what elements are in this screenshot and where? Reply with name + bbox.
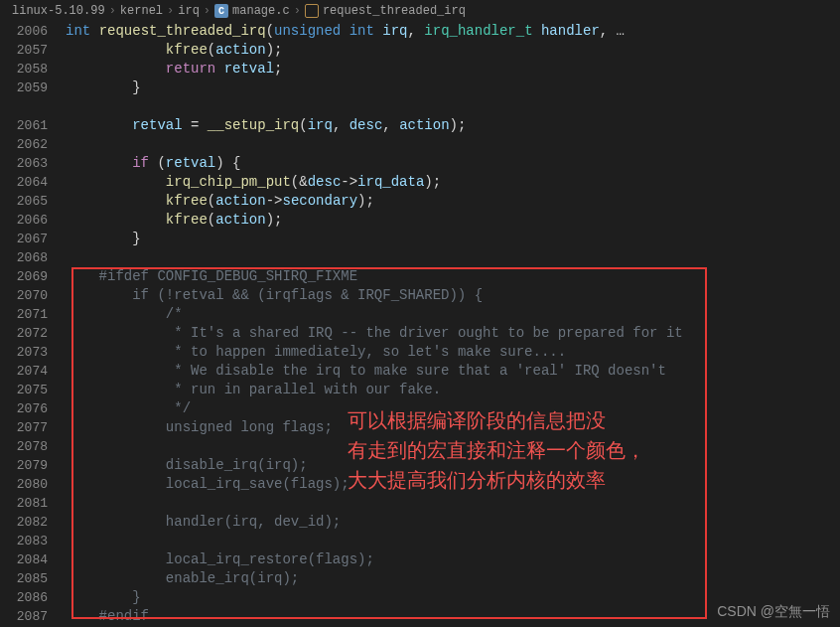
code-text: if (retval) { [66,154,840,173]
code-line[interactable]: 2072 * It's a shared IRQ -- the driver o… [0,324,840,343]
code-line[interactable]: 2081 [0,494,840,513]
code-text: * to happen immediately, so let's make s… [66,343,840,362]
code-text: disable_irq(irq); [66,456,840,475]
code-line[interactable]: 2058 return retval; [0,60,840,78]
code-text [66,532,840,550]
breadcrumb-sep: › [294,4,301,18]
code-line[interactable]: 2075 * run in parallel with our fake. [0,381,840,399]
line-number: 2074 [0,362,66,381]
code-text: kfree(action); [66,211,840,230]
line-number: 2077 [0,418,66,437]
code-line[interactable]: 2077 unsigned long flags; [0,418,840,437]
code-text: } [66,230,840,248]
sticky-signature-line[interactable]: 2006 int request_threaded_irq(unsigned i… [0,22,840,41]
code-text [66,135,840,154]
code-line[interactable]: 2076 */ [0,399,840,418]
line-number: 2083 [0,532,66,550]
line-number: 2069 [0,267,66,286]
c-file-icon: C [214,4,228,18]
line-number: 2062 [0,135,66,154]
breadcrumb-symbol[interactable]: request_threaded_irq [323,4,466,18]
code-text [66,97,840,116]
code-line[interactable]: 2059 } [0,78,840,97]
code-line[interactable]: 2071 /* [0,305,840,324]
line-number: 2059 [0,78,66,97]
code-line[interactable]: 2057 kfree(action); [0,41,840,60]
code-line[interactable]: 2087 #endif [0,607,840,626]
line-number: 2058 [0,60,66,78]
code-text: local_irq_restore(flags); [66,550,840,569]
code-line[interactable] [0,97,840,116]
code-text: handler(irq, dev_id); [66,513,840,532]
breadcrumb-sep: › [167,4,174,18]
line-number: 2067 [0,230,66,248]
breadcrumb-file[interactable]: manage.c [232,4,290,18]
code-line[interactable]: 2084 local_irq_restore(flags); [0,550,840,569]
code-line[interactable]: 2074 * We disable the irq to make sure t… [0,362,840,381]
code-line[interactable]: 2065 kfree(action->secondary); [0,192,840,211]
line-number: 2081 [0,494,66,513]
code-text [66,494,840,513]
code-text: enable_irq(irq); [66,569,840,588]
code-line[interactable]: 2079 disable_irq(irq); [0,456,840,475]
code-text: kfree(action); [66,41,840,60]
line-number: 2082 [0,513,66,532]
line-number: 2070 [0,286,66,305]
code-line[interactable]: 2068 [0,248,840,267]
line-number: 2064 [0,173,66,192]
code-text: int request_threaded_irq(unsigned int ir… [66,22,840,41]
line-number: 2075 [0,381,66,399]
code-text: /* [66,305,840,324]
line-number: 2057 [0,41,66,60]
line-number: 2078 [0,437,66,456]
breadcrumb-seg[interactable]: irq [178,4,200,18]
code-text: return retval; [66,60,840,78]
function-icon [305,4,319,18]
watermark: CSDN @空無一悟 [717,603,830,621]
line-number: 2065 [0,192,66,211]
code-line[interactable]: 2064 irq_chip_pm_put(&desc->irq_data); [0,173,840,192]
breadcrumb-sep: › [204,4,210,18]
breadcrumb-seg[interactable]: kernel [120,4,163,18]
line-number: 2079 [0,456,66,475]
code-text: retval = __setup_irq(irq, desc, action); [66,116,840,135]
code-line[interactable]: 2085 enable_irq(irq); [0,569,840,588]
code-line[interactable]: 2070 if (!retval && (irqflags & IRQF_SHA… [0,286,840,305]
line-number: 2006 [0,22,66,41]
code-line[interactable]: 2073 * to happen immediately, so let's m… [0,343,840,362]
code-text: * run in parallel with our fake. [66,381,840,399]
line-number: 2068 [0,248,66,267]
line-number: 2084 [0,550,66,569]
code-text: * It's a shared IRQ -- the driver ought … [66,324,840,343]
code-line[interactable]: 2080 local_irq_save(flags); [0,475,840,494]
code-editor[interactable]: 2057 kfree(action);2058 return retval;20… [0,41,840,626]
line-number: 2085 [0,569,66,588]
code-text: unsigned long flags; [66,418,840,437]
code-line[interactable]: 2062 [0,135,840,154]
line-number: 2063 [0,154,66,173]
code-text: } [66,78,840,97]
line-number: 2087 [0,607,66,626]
code-line[interactable]: 2086 } [0,588,840,607]
code-line[interactable]: 2066 kfree(action); [0,211,840,230]
code-line[interactable]: 2067 } [0,230,840,248]
code-line[interactable]: 2082 handler(irq, dev_id); [0,513,840,532]
code-line[interactable]: 2083 [0,532,840,550]
code-line[interactable]: 2061 retval = __setup_irq(irq, desc, act… [0,116,840,135]
code-text: kfree(action->secondary); [66,192,840,211]
breadcrumb[interactable]: linux-5.10.99 › kernel › irq › C manage.… [0,0,840,22]
code-text: if (!retval && (irqflags & IRQF_SHARED))… [66,286,840,305]
code-line[interactable]: 2063 if (retval) { [0,154,840,173]
line-number: 2086 [0,588,66,607]
line-number: 2066 [0,211,66,230]
code-text: irq_chip_pm_put(&desc->irq_data); [66,173,840,192]
line-number: 2072 [0,324,66,343]
code-line[interactable]: 2078 [0,437,840,456]
line-number: 2073 [0,343,66,362]
code-line[interactable]: 2069 #ifdef CONFIG_DEBUG_SHIRQ_FIXME [0,267,840,286]
code-text [66,437,840,456]
line-number: 2071 [0,305,66,324]
breadcrumb-sep: › [109,4,116,18]
line-number: 2080 [0,475,66,494]
breadcrumb-seg[interactable]: linux-5.10.99 [12,4,105,18]
